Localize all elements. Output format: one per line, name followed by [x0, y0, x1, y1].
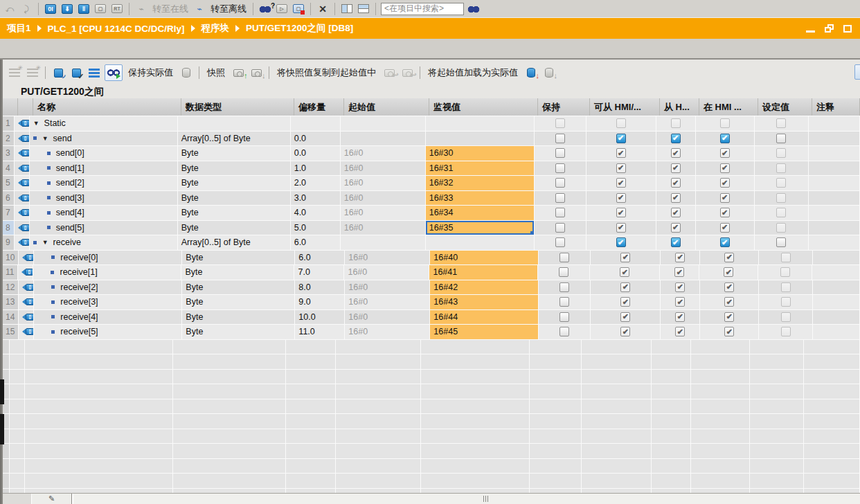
search-input[interactable] — [381, 3, 464, 15]
hmi-visible-checkbox[interactable]: ✔ — [724, 253, 734, 262]
hmi-visible-checkbox[interactable]: ✔ — [720, 193, 730, 203]
hmi-visible-checkbox[interactable]: ✔ — [724, 327, 734, 336]
cell-monitor-value[interactable]: 16#35 — [426, 221, 535, 236]
undo-icon[interactable]: ⤺ — [3, 2, 17, 16]
retain-lock-icon[interactable] — [179, 65, 194, 80]
setpoint-checkbox[interactable] — [776, 148, 786, 158]
cell-name[interactable]: send[4] — [30, 206, 178, 221]
header-hmi-accessible[interactable]: 可从 HMI/... — [590, 98, 660, 116]
cell-name[interactable]: send[5] — [30, 221, 178, 236]
cell-monitor-value[interactable] — [426, 116, 535, 132]
hmi-visible-checkbox[interactable] — [720, 118, 730, 128]
find-icon[interactable] — [467, 2, 481, 16]
cell-datatype[interactable]: Array[0..5] of Byte — [178, 132, 291, 147]
header-offset[interactable]: 偏移量 — [294, 98, 344, 116]
cell-start-value[interactable]: 16#0 — [341, 146, 426, 161]
cell-start-value[interactable] — [341, 116, 426, 132]
maximize-icon[interactable] — [843, 25, 852, 33]
cell-datatype[interactable]: Byte — [181, 265, 294, 280]
setpoint-checkbox[interactable] — [776, 223, 786, 233]
cell-start-value[interactable]: 16#0 — [341, 221, 426, 236]
cell-monitor-value[interactable]: 16#45 — [430, 325, 539, 340]
setpoint-checkbox[interactable] — [776, 193, 786, 203]
split-horizontal-icon[interactable] — [357, 2, 370, 16]
breadcrumb-item-project[interactable]: 项目1 — [7, 22, 31, 35]
header-datatype[interactable]: 数据类型 — [181, 98, 294, 116]
cell-comment[interactable] — [809, 235, 860, 251]
cell-start-value[interactable]: 16#0 — [341, 176, 426, 191]
download-to-device-icon[interactable]: ⬇ — [60, 2, 74, 16]
cell-start-value[interactable]: 16#0 — [344, 265, 429, 280]
cell-monitor-value[interactable]: 16#32 — [426, 176, 535, 191]
cell-monitor-value[interactable]: 16#43 — [430, 295, 539, 310]
hmi-writable-checkbox[interactable]: ✔ — [671, 208, 681, 217]
go-online-button[interactable]: 转至在线 — [151, 3, 190, 15]
cell-datatype[interactable]: Array[0..5] of Byte — [178, 235, 291, 251]
hmi-writable-checkbox[interactable]: ✔ — [671, 148, 681, 158]
cell-name[interactable]: send[3] — [30, 191, 178, 206]
scrollbar-grip[interactable] — [483, 496, 488, 502]
header-retain[interactable]: 保持 — [538, 98, 590, 116]
cell-monitor-value[interactable]: 16#33 — [426, 191, 535, 206]
restore-icon[interactable] — [825, 24, 834, 33]
cell-name[interactable]: receive[4] — [34, 310, 182, 325]
setpoint-checkbox[interactable] — [776, 237, 786, 247]
cell-start-value[interactable] — [341, 132, 426, 147]
expand-collapse-icon[interactable]: ▼ — [42, 135, 48, 142]
retain-checkbox[interactable] — [555, 118, 565, 128]
setpoint-checkbox[interactable] — [776, 118, 786, 128]
cell-monitor-value[interactable]: 16#44 — [430, 310, 539, 325]
hmi-visible-checkbox[interactable]: ✔ — [720, 208, 730, 217]
expand-all-icon[interactable] — [87, 65, 102, 80]
retain-checkbox[interactable] — [555, 178, 565, 188]
cell-monitor-value[interactable]: 16#31 — [426, 161, 535, 177]
setpoint-checkbox[interactable] — [781, 312, 791, 322]
load-start-values-icon[interactable]: ↓ — [523, 65, 539, 80]
breadcrumb-item-plc[interactable]: PLC_1 [CPU 1214C DC/DC/Rly] — [48, 24, 185, 34]
retain-checkbox[interactable] — [555, 223, 565, 233]
cell-name[interactable]: receive[5] — [34, 325, 182, 340]
header-start-value[interactable]: 起始值 — [344, 98, 429, 116]
cell-comment[interactable] — [809, 132, 860, 147]
hmi-visible-checkbox[interactable]: ✔ — [720, 223, 730, 233]
breadcrumb-item-db[interactable]: PUT/GET1200之间 [DB8] — [246, 22, 353, 35]
cell-start-value[interactable]: 16#0 — [341, 161, 426, 177]
cell-start-value[interactable]: 16#0 — [345, 310, 430, 325]
setpoint-checkbox[interactable] — [776, 178, 786, 188]
hmi-writable-checkbox[interactable]: ✔ — [671, 163, 681, 173]
cell-name[interactable]: send[2] — [30, 176, 178, 191]
cell-datatype[interactable]: Byte — [178, 221, 291, 236]
hmi-writable-checkbox[interactable] — [671, 118, 681, 128]
hmi-visible-checkbox[interactable]: ✔ — [720, 134, 730, 143]
load-start-values-label[interactable]: 将起始值加载为实际值 — [425, 66, 521, 79]
cell-comment[interactable] — [809, 161, 860, 177]
cell-datatype[interactable]: Byte — [178, 176, 291, 191]
breadcrumb-item-program-blocks[interactable]: 程序块 — [201, 22, 230, 35]
hmi-accessible-checkbox[interactable]: ✔ — [616, 148, 626, 158]
snapshot-download-icon[interactable]: ↓ — [249, 65, 264, 80]
copy-snapshot-icon[interactable]: ↩ — [382, 65, 397, 80]
cell-monitor-value[interactable]: 16#34 — [426, 206, 535, 221]
hmi-writable-checkbox[interactable]: ✔ — [675, 297, 685, 307]
cell-comment[interactable] — [809, 146, 860, 161]
runtime-icon[interactable]: RT — [110, 2, 124, 16]
cell-monitor-value[interactable]: 16#30 — [426, 146, 535, 161]
hmi-visible-checkbox[interactable]: ✔ — [720, 237, 730, 247]
cell-start-value[interactable]: 16#0 — [341, 191, 426, 206]
apply-changes-icon[interactable]: ✓ — [69, 65, 84, 80]
hmi-writable-checkbox[interactable]: ✔ — [671, 134, 681, 143]
keep-actual-values-icon[interactable]: ◞ — [51, 65, 66, 80]
hmi-writable-checkbox[interactable]: ✔ — [671, 223, 681, 233]
cell-start-value[interactable]: 16#0 — [345, 325, 430, 340]
insert-row-icon[interactable]: ✳ — [7, 65, 22, 80]
redo-icon[interactable]: ⤸ — [19, 2, 33, 16]
hmi-visible-checkbox[interactable]: ✔ — [724, 267, 733, 277]
cell-datatype[interactable] — [178, 116, 291, 132]
hmi-visible-checkbox[interactable]: ✔ — [720, 163, 730, 173]
cell-datatype[interactable]: Byte — [178, 146, 291, 161]
hmi-accessible-checkbox[interactable]: ✔ — [616, 134, 626, 143]
cell-comment[interactable] — [813, 310, 860, 325]
cell-name[interactable]: receive[1] — [33, 265, 181, 280]
cell-name[interactable]: ▼Static — [30, 116, 178, 132]
setpoint-checkbox[interactable] — [776, 134, 786, 143]
